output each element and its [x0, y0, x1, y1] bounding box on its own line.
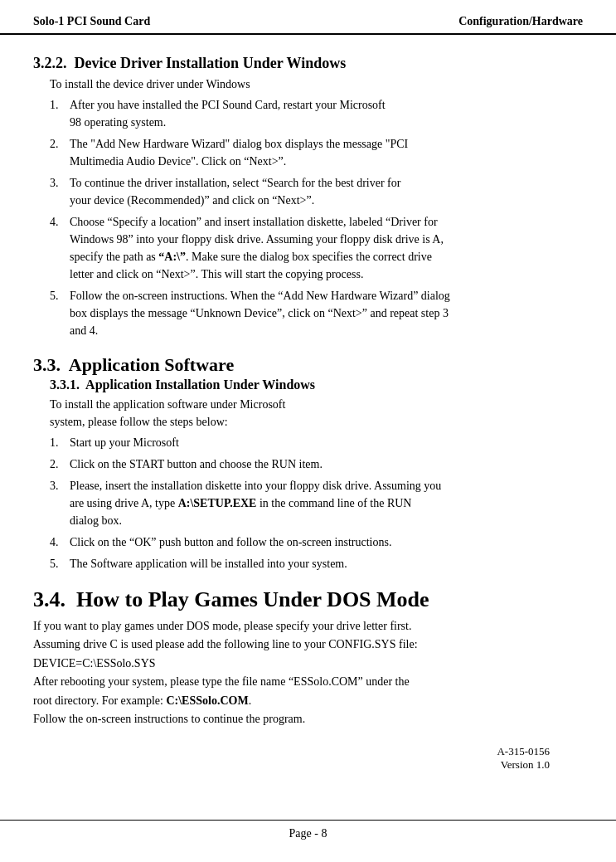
list-item: 1. After you have installed the PCI Soun… — [50, 96, 583, 131]
page-footer: Page - 8 — [0, 820, 616, 847]
list-text: After you have installed the PCI Sound C… — [70, 96, 583, 131]
list-text: Choose “Specify a location” and insert i… — [70, 213, 583, 283]
section-322-list: 1. After you have installed the PCI Soun… — [50, 96, 583, 339]
page-content: 3.2.2. Device Driver Installation Under … — [0, 43, 616, 805]
list-num: 4. — [50, 533, 70, 551]
list-item: 3. Please, insert the installation diske… — [50, 477, 583, 529]
section-331-title: 3.3.1. Application Installation Under Wi… — [50, 377, 583, 392]
list-text: The "Add New Hardware Wizard" dialog box… — [70, 135, 583, 170]
list-num: 2. — [50, 455, 70, 473]
list-num: 1. — [50, 434, 70, 451]
list-num: 2. — [50, 135, 70, 153]
footer-info-line1: A-315-0156 — [33, 745, 550, 758]
list-num: 3. — [50, 477, 70, 494]
section-33-title: 3.3. Application Software — [33, 354, 583, 376]
footer-info-line2: Version 1.0 — [33, 758, 550, 772]
section-322-intro: To install the device driver under Windo… — [50, 75, 583, 93]
list-item: 4. Choose “Specify a location” and inser… — [50, 213, 583, 283]
page-number: Page - 8 — [289, 827, 327, 840]
list-text: The Software application will be install… — [70, 555, 583, 572]
section-322-title: 3.2.2. Device Driver Installation Under … — [33, 55, 583, 72]
list-item: 2. The "Add New Hardware Wizard" dialog … — [50, 135, 583, 170]
page-container: Solo-1 PCI Sound Card Configuration/Hard… — [0, 0, 616, 862]
header-title-right: Configuration/Hardware — [458, 15, 583, 28]
list-item: 5. The Software application will be inst… — [50, 555, 583, 572]
header-title-left: Solo-1 PCI Sound Card — [33, 15, 150, 28]
list-text: Start up your Microsoft — [70, 434, 583, 451]
list-text: Please, insert the installation diskette… — [70, 477, 583, 529]
list-num: 3. — [50, 174, 70, 192]
list-text: Click on the “OK” push button and follow… — [70, 533, 583, 551]
list-text: Follow the on-screen instructions. When … — [70, 287, 583, 339]
list-item: 5. Follow the on-screen instructions. Wh… — [50, 287, 583, 339]
section-331-list: 1. Start up your Microsoft 2. Click on t… — [50, 434, 583, 572]
section-331-intro: To install the application software unde… — [50, 396, 583, 431]
list-text: To continue the driver installation, sel… — [70, 174, 583, 209]
page-header: Solo-1 PCI Sound Card Configuration/Hard… — [0, 0, 616, 35]
list-num: 5. — [50, 287, 70, 304]
section-34-title: 3.4. How to Play Games Under DOS Mode — [33, 587, 583, 612]
list-item: 4. Click on the “OK” push button and fol… — [50, 533, 583, 551]
footer-info: A-315-0156 Version 1.0 — [33, 745, 583, 772]
section-34-body: If you want to play games under DOS mode… — [33, 617, 583, 728]
list-num: 1. — [50, 96, 70, 114]
list-text: Click on the START button and choose the… — [70, 455, 583, 473]
list-num: 5. — [50, 555, 70, 572]
list-item: 1. Start up your Microsoft — [50, 434, 583, 451]
list-num: 4. — [50, 213, 70, 231]
list-item: 2. Click on the START button and choose … — [50, 455, 583, 473]
list-item: 3. To continue the driver installation, … — [50, 174, 583, 209]
